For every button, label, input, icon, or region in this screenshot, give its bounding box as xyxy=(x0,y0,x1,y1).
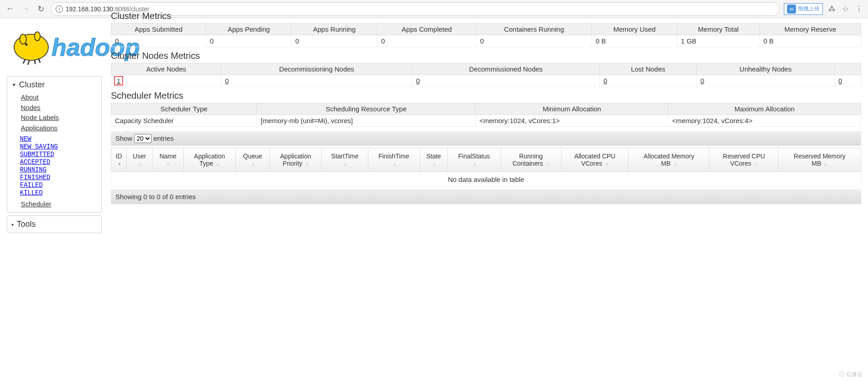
apps-column-header[interactable]: StartTime◇ xyxy=(322,148,368,172)
metric-link[interactable]: 1 xyxy=(115,77,122,85)
apps-column-header[interactable]: FinishTime◇ xyxy=(368,148,420,172)
column-header: Decommissioned Nodes xyxy=(412,63,600,75)
column-header: Apps Completed xyxy=(377,24,476,35)
entries-bar: Show 20 entries xyxy=(111,131,861,146)
main-content: All Applications Cluster Metrics Apps Su… xyxy=(111,25,861,236)
entries-select[interactable]: 20 xyxy=(134,134,152,143)
sort-icon: ◇ xyxy=(546,162,549,167)
show-label: Show xyxy=(115,134,133,142)
sort-icon: ▼ xyxy=(118,162,122,167)
info-icon: i xyxy=(56,5,63,13)
sort-icon: ◇ xyxy=(824,162,827,167)
apps-column-header[interactable]: ID▼ xyxy=(111,148,127,172)
metric-value: 0 xyxy=(377,35,476,47)
column-header: Decommissioning Nodes xyxy=(221,63,412,75)
cluster-metrics-heading: Cluster Metrics xyxy=(111,11,861,21)
metric-value: 0 B xyxy=(592,35,677,47)
nav-scheduler[interactable]: Scheduler xyxy=(21,200,52,208)
metric-value: [memory-mb (unit=Mi), vcores] xyxy=(257,115,475,127)
column-header: Active Nodes xyxy=(111,63,221,75)
back-button[interactable]: ← xyxy=(5,4,15,14)
column-header: Memory Total xyxy=(677,24,759,35)
nav-state-new[interactable]: NEW xyxy=(20,135,31,143)
column-header: Scheduler Type xyxy=(111,103,257,115)
sort-icon: ◇ xyxy=(473,162,477,167)
sort-icon: ◇ xyxy=(674,162,677,167)
sort-icon: ◇ xyxy=(252,162,255,167)
column-header: Unhealthy Nodes xyxy=(696,63,835,75)
nav-tools-label: Tools xyxy=(17,220,36,229)
nav-state-accepted[interactable]: ACCEPTED xyxy=(20,158,50,166)
nav-cluster-label: Cluster xyxy=(19,80,45,90)
svg-point-1 xyxy=(20,34,26,44)
apps-column-header[interactable]: FinalStatus◇ xyxy=(448,148,501,172)
nav-state-finished[interactable]: FINISHED xyxy=(20,174,50,181)
applications-table: ID▼User◇Name◇ApplicationType ◇Queue◇Appl… xyxy=(111,148,861,187)
metric-value: 0 xyxy=(206,35,291,47)
metric-value: Capacity Scheduler xyxy=(111,115,257,127)
apps-column-header[interactable]: ApplicationType ◇ xyxy=(183,148,235,172)
cluster-nodes-table: Active NodesDecommissioning NodesDecommi… xyxy=(111,63,861,87)
column-header: Memory Reserve xyxy=(759,24,861,35)
apps-column-header[interactable]: Reserved MemoryMB ◇ xyxy=(778,148,861,172)
column-header: Maximum Allocation xyxy=(668,103,861,115)
nav-state-killed[interactable]: KILLED xyxy=(20,189,43,196)
metric-link[interactable]: 0 xyxy=(416,77,420,85)
nav-node-labels[interactable]: Node Labels xyxy=(21,114,59,121)
metric-link[interactable]: 0 xyxy=(839,77,842,85)
column-header: Memory Used xyxy=(592,24,677,35)
apps-column-header[interactable]: ApplicationPriority ◇ xyxy=(270,148,322,172)
forward-button[interactable]: → xyxy=(20,4,31,14)
apps-column-header[interactable]: Allocated MemoryMB ◇ xyxy=(629,148,710,172)
nav-state-new-saving[interactable]: NEW_SAVING xyxy=(20,143,58,150)
sort-icon: ◇ xyxy=(754,162,758,167)
svg-point-0 xyxy=(14,34,48,61)
column-header: Apps Submitted xyxy=(111,24,206,35)
metric-value: 1 xyxy=(111,75,221,87)
scheduler-metrics-heading: Scheduler Metrics xyxy=(111,91,861,101)
column-header: Apps Running xyxy=(291,24,377,35)
cluster-metrics-table: Apps SubmittedApps PendingApps RunningAp… xyxy=(111,23,861,47)
metric-value: 0 xyxy=(412,75,600,87)
column-header xyxy=(835,63,861,75)
metric-value: 1 GB xyxy=(677,35,759,47)
nav-cluster-section: ▼ Cluster About Nodes Node Labels Applic… xyxy=(7,76,102,213)
metric-value: 0 xyxy=(696,75,835,87)
metric-link[interactable]: 0 xyxy=(603,77,607,85)
sort-icon: ◇ xyxy=(433,162,436,167)
nav-nodes[interactable]: Nodes xyxy=(21,104,40,111)
column-header: Apps Pending xyxy=(206,24,291,35)
hadoop-logo: hadoop xyxy=(7,25,102,67)
chevron-right-icon: ▸ xyxy=(12,222,14,227)
metric-value: <memory:1024, vCores:4> xyxy=(668,115,861,127)
apps-column-header[interactable]: RunningContainers ◇ xyxy=(501,148,561,172)
nav-tools-header[interactable]: ▸ Tools xyxy=(7,219,101,230)
reload-button[interactable]: ↻ xyxy=(35,4,46,14)
apps-column-header[interactable]: Name◇ xyxy=(153,148,184,172)
metric-link[interactable]: 0 xyxy=(225,77,229,85)
nav-cluster-header[interactable]: ▼ Cluster xyxy=(7,79,101,91)
metric-value: 0 xyxy=(835,75,861,87)
sort-icon: ◇ xyxy=(167,162,170,167)
sidebar: hadoop ▼ Cluster About Nodes Node Labels… xyxy=(7,25,102,236)
nav-state-failed[interactable]: FAILED xyxy=(20,181,43,189)
sort-icon: ◇ xyxy=(344,162,347,167)
metric-link[interactable]: 0 xyxy=(701,77,704,85)
apps-column-header[interactable]: State◇ xyxy=(420,148,448,172)
metric-value: 0 xyxy=(600,75,696,87)
sort-icon: ◇ xyxy=(138,162,142,167)
nav-about[interactable]: About xyxy=(21,93,38,101)
apps-column-header[interactable]: Queue◇ xyxy=(235,148,270,172)
scheduler-metrics-table: Scheduler TypeScheduling Resource TypeMi… xyxy=(111,103,861,127)
sort-icon: ◇ xyxy=(216,162,219,167)
nav-applications[interactable]: Applications xyxy=(21,124,57,132)
apps-column-header[interactable]: Allocated CPUVCores ◇ xyxy=(561,148,628,172)
apps-column-header[interactable]: Reserved CPUVCores ◇ xyxy=(710,148,778,172)
nav-state-running[interactable]: RUNNING xyxy=(20,166,47,173)
column-header: Containers Running xyxy=(476,24,591,35)
sort-icon: ◇ xyxy=(606,162,609,167)
showing-info: Showing 0 to 0 of 0 entries xyxy=(111,189,861,204)
nav-state-submitted[interactable]: SUBMITTED xyxy=(20,151,54,158)
apps-column-header[interactable]: User◇ xyxy=(127,148,153,172)
svg-point-3 xyxy=(25,43,28,46)
